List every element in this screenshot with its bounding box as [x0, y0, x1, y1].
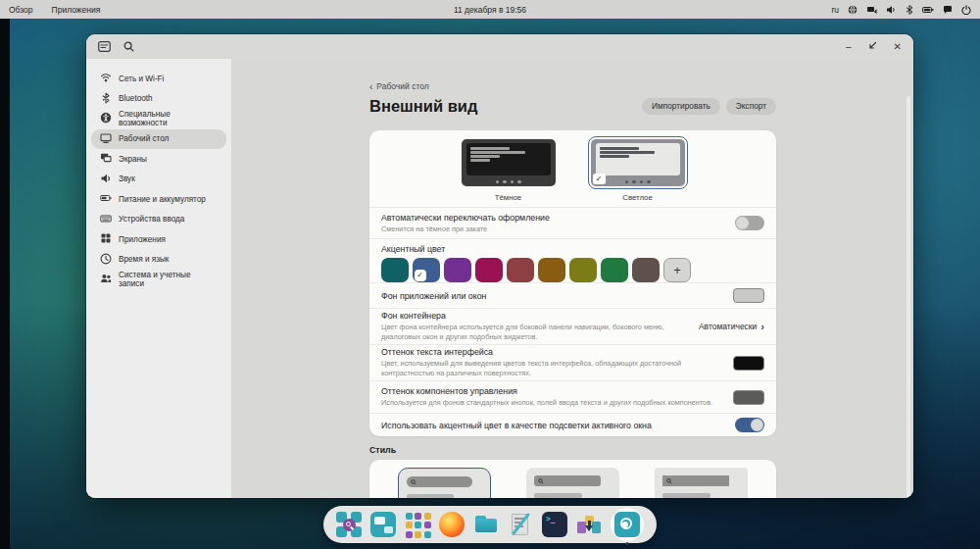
- accent-highlight-toggle[interactable]: [735, 418, 764, 432]
- controls-tint-subtitle: Используется для фонов стандартных кнопо…: [381, 398, 723, 408]
- status-tray: ru: [831, 5, 971, 15]
- sidebar-item-label: Звук: [119, 175, 135, 183]
- accent-swatch-amber[interactable]: [538, 258, 565, 282]
- controls-tint-title: Оттенок компонентов управления: [381, 386, 723, 396]
- settings-sidebar: Сеть и Wi-Fi Bluetooth Специальные возмо…: [86, 59, 231, 498]
- selected-check-icon: ✓: [593, 174, 606, 184]
- dark-theme-preview: [462, 139, 556, 186]
- app-grid-icon[interactable]: [405, 512, 430, 537]
- container-background-row[interactable]: Фон контейнера Цвет фона контейнера испо…: [369, 308, 776, 344]
- auto-switch-subtitle: Сменится на тёмное при закате: [381, 225, 725, 234]
- settings-icon[interactable]: [614, 512, 640, 537]
- search-icon[interactable]: [123, 41, 134, 52]
- sidebar-item-power[interactable]: Питание и аккумулятор: [91, 189, 226, 210]
- globe-icon[interactable]: [848, 5, 858, 15]
- accent-color-label: Акцентный цвет: [381, 244, 764, 254]
- sidebar-item-accounts[interactable]: Система и учетные записи: [91, 270, 226, 290]
- controls-tint-swatch[interactable]: [733, 390, 764, 405]
- close-button[interactable]: ✕: [894, 42, 902, 52]
- style-option-straight[interactable]: Прямой: [655, 468, 748, 498]
- settings-window: – ✕ Сеть и Wi-Fi Bluetooth Специальные в…: [86, 34, 913, 498]
- theme-label: Светлое: [588, 193, 688, 202]
- notifications-icon[interactable]: [943, 5, 953, 15]
- text-editor-icon[interactable]: [508, 512, 533, 537]
- window-tiling-icon[interactable]: [370, 512, 396, 537]
- users-icon: [100, 273, 119, 286]
- files-icon[interactable]: [473, 512, 499, 537]
- style-section-label: Стиль: [369, 445, 776, 455]
- sidebar-item-label: Время и язык: [119, 255, 169, 264]
- breadcrumb[interactable]: ‹ Рабочий стол: [369, 80, 776, 92]
- volume-icon[interactable]: [886, 5, 897, 15]
- sidebar-item-label: Приложения: [119, 235, 166, 244]
- battery-icon: [100, 192, 119, 206]
- selected-check-icon: ✓: [415, 270, 426, 281]
- sidebar-item-sound[interactable]: Звук: [91, 170, 226, 190]
- sound-icon: [100, 173, 119, 186]
- text-tint-swatch[interactable]: [733, 356, 764, 371]
- firefox-icon[interactable]: [439, 512, 465, 537]
- accent-swatch-teal[interactable]: [381, 258, 409, 282]
- breadcrumb-label[interactable]: Рабочий стол: [376, 81, 428, 91]
- text-tint-row: Оттенок текста интерфейса Цвет, использу…: [369, 344, 776, 380]
- settings-content: ‹ Рабочий стол Внешний вид Импортировать…: [231, 59, 913, 498]
- auto-switch-title: Автоматически переключать оформление: [381, 213, 725, 223]
- style-card: ✓ Округлый Слегка округлый: [369, 460, 776, 498]
- running-indicator: [626, 542, 629, 545]
- container-background-title: Фон контейнера: [381, 311, 689, 321]
- theme-option-dark[interactable]: Тёмное: [459, 136, 559, 202]
- auto-switch-toggle[interactable]: [735, 216, 764, 230]
- sidebar-item-network[interactable]: Сеть и Wi-Fi: [91, 69, 226, 89]
- controls-tint-row: Оттенок компонентов управления Используе…: [369, 380, 776, 413]
- sidebar-item-bluetooth[interactable]: Bluetooth: [91, 89, 226, 110]
- battery-icon[interactable]: [922, 5, 934, 15]
- accent-swatch-green[interactable]: [601, 258, 628, 282]
- scrollbar[interactable]: [906, 96, 910, 498]
- sidebar-item-time-language[interactable]: Время и язык: [91, 250, 226, 271]
- accent-swatch-purple[interactable]: [444, 258, 471, 282]
- sidebar-item-displays[interactable]: Экраны: [91, 149, 226, 170]
- chevron-right-icon: ›: [760, 321, 764, 332]
- sidebar-item-applications[interactable]: Приложения: [91, 229, 226, 250]
- window-list-icon[interactable]: [98, 41, 111, 52]
- export-button[interactable]: Экспорт: [726, 98, 776, 115]
- auto-switch-row: Автоматически переключать оформление Сме…: [369, 207, 776, 238]
- window-titlebar[interactable]: – ✕: [86, 34, 913, 59]
- style-option-slightly-round[interactable]: Слегка округлый: [526, 468, 619, 498]
- page-title: Внешний вид: [369, 97, 477, 116]
- accessibility-icon: [100, 112, 119, 125]
- sidebar-item-desktop[interactable]: Рабочий стол: [91, 129, 226, 150]
- minimize-button[interactable]: –: [846, 42, 852, 52]
- restore-button[interactable]: [868, 41, 877, 52]
- sidebar-item-accessibility[interactable]: Специальные возможности: [91, 109, 226, 129]
- network-icon[interactable]: [866, 5, 877, 15]
- sidebar-item-label: Устройства ввода: [119, 215, 184, 224]
- app-background-swatch[interactable]: [733, 288, 764, 303]
- bluetooth-icon[interactable]: [906, 5, 913, 15]
- add-accent-color-button[interactable]: +: [663, 258, 691, 282]
- desktop: Обзор Приложения 11 декабря в 19:56 ru –…: [0, 0, 980, 549]
- accent-swatch-brick[interactable]: [507, 258, 534, 282]
- accent-swatch-taupe[interactable]: [632, 258, 660, 282]
- sidebar-item-input-devices[interactable]: Устройства ввода: [91, 210, 226, 230]
- sidebar-item-label: Специальные возможности: [119, 110, 218, 127]
- sidebar-item-label: Экраны: [119, 155, 147, 164]
- activities-search-icon[interactable]: [336, 512, 362, 537]
- settings-active-highlight[interactable]: [611, 508, 644, 541]
- accent-swatch-crimson[interactable]: [475, 258, 503, 282]
- software-store-icon[interactable]: [576, 512, 602, 537]
- theme-option-light[interactable]: ✓ Светлое: [588, 136, 688, 202]
- style-preview-slightly-round: [526, 468, 619, 498]
- import-button[interactable]: Импортировать: [642, 98, 720, 115]
- accent-swatch-blue-selected[interactable]: ✓: [413, 258, 440, 282]
- dock: >_: [323, 506, 657, 543]
- text-tint-title: Оттенок текста интерфейса: [381, 347, 723, 357]
- accent-color-row: Акцентный цвет ✓: [369, 238, 776, 282]
- keyboard-layout-indicator[interactable]: ru: [831, 5, 839, 15]
- terminal-icon[interactable]: >_: [542, 512, 567, 537]
- accent-swatch-olive[interactable]: [569, 258, 597, 282]
- back-chevron-icon[interactable]: ‹: [369, 81, 372, 92]
- power-icon[interactable]: [961, 5, 971, 15]
- app-background-title: Фон приложений или окон: [381, 291, 723, 301]
- style-option-round[interactable]: ✓ Округлый: [398, 468, 491, 498]
